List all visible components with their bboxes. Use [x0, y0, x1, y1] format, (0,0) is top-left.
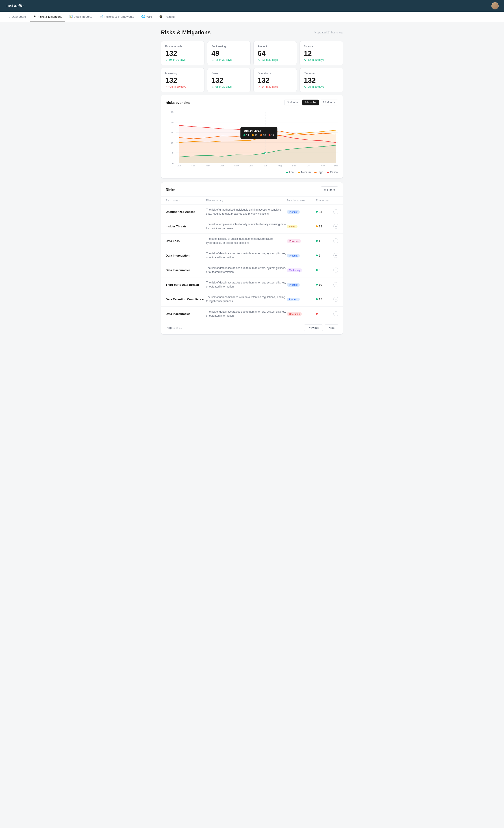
area-badge: Product: [287, 298, 300, 301]
risk-area-cell: Product: [287, 210, 316, 214]
table-row: Data Inaccuracies The risk of data inacc…: [161, 263, 343, 278]
legend-dot-medium: [298, 172, 300, 173]
avatar[interactable]: [492, 2, 499, 9]
score-dot: [316, 284, 318, 286]
wiki-icon: 🌐: [141, 15, 145, 18]
stat-label: Operations: [258, 72, 293, 75]
stat-card-marketing: Marketing 132 ↗ +15 in 30 days: [161, 68, 205, 92]
svg-text:5: 5: [172, 152, 174, 154]
risk-name: Data Interception: [166, 254, 206, 257]
header: trustkeith: [0, 0, 504, 12]
add-risk-button[interactable]: +: [333, 224, 338, 229]
add-risk-button[interactable]: +: [333, 238, 338, 243]
svg-text:25: 25: [171, 111, 173, 113]
audit-icon: 📊: [69, 15, 73, 18]
stat-label: Engineering: [211, 45, 246, 48]
time-btn-3months[interactable]: 3 Months: [284, 99, 301, 106]
trend-icon: ↘: [304, 85, 306, 88]
previous-button[interactable]: Previous: [304, 324, 323, 331]
add-risk-button[interactable]: +: [333, 267, 338, 273]
svg-text:Jan: Jan: [177, 164, 181, 167]
add-risk-button[interactable]: +: [333, 209, 338, 214]
risk-name: Unauthorized Access: [166, 210, 206, 213]
nav-item-dashboard[interactable]: ⌂ Dashboard: [5, 12, 29, 22]
svg-point-30: [264, 136, 266, 138]
stat-label: Finance: [304, 45, 339, 48]
time-btn-12months[interactable]: 12 Months: [320, 99, 338, 106]
add-risk-button[interactable]: +: [333, 297, 338, 302]
legend-label-medium: Medium: [301, 171, 311, 174]
stat-change: ↘ -23 in 30 days: [258, 58, 293, 61]
risk-name: Data Inaccuracies: [166, 268, 206, 272]
stat-value: 132: [211, 77, 246, 84]
add-risk-button[interactable]: +: [333, 311, 338, 316]
score-value: 25: [319, 210, 322, 213]
add-risk-button[interactable]: +: [333, 253, 338, 258]
risk-score-cell: 6 +: [316, 253, 338, 258]
risk-area-cell: Product: [287, 297, 316, 301]
legend-dot-high: [314, 172, 317, 173]
risk-area-cell: Product: [287, 254, 316, 257]
svg-point-29: [264, 152, 266, 154]
svg-text:Dec: Dec: [334, 164, 338, 167]
svg-text:Nov: Nov: [321, 164, 325, 167]
score-value: 15: [319, 298, 322, 301]
stat-value: 49: [211, 50, 246, 57]
risk-name: Data Retention Compliance: [166, 298, 206, 301]
next-button[interactable]: Next: [325, 324, 338, 331]
table-row: Unauthorized Access The risk of unauthor…: [161, 205, 343, 219]
risk-summary: The risk of data inaccuracies due to hum…: [206, 310, 287, 318]
logo-trust: trust: [5, 4, 13, 8]
stat-change: ↘ -95 in 30 days: [211, 85, 246, 88]
risk-area-cell: Product: [287, 283, 316, 287]
risk-score: 15: [316, 298, 322, 301]
legend-label-low: Low: [289, 171, 294, 174]
area-badge: Revenue: [287, 239, 301, 243]
chart-header: Risks over time 3 Months 6 Months 12 Mon…: [166, 99, 338, 106]
nav-item-policies[interactable]: 📄 Policies & Frameworks: [96, 12, 137, 22]
stat-change: ↗ -24 in 30 days: [258, 85, 293, 88]
legend-item-low: Low: [286, 171, 294, 174]
training-icon: 🎓: [159, 15, 163, 18]
trend-icon: ↘: [165, 58, 167, 61]
stat-change: ↗ +15 in 30 days: [165, 85, 200, 88]
add-risk-button[interactable]: +: [333, 282, 338, 287]
nav-item-audit[interactable]: 📊 Audit Reports: [66, 12, 95, 22]
svg-text:May: May: [235, 164, 239, 167]
updated-text: ↻ updated 24 hours ago: [313, 31, 343, 34]
th-functional-area: Functional area: [287, 199, 316, 202]
risk-score-cell: 15 +: [316, 297, 338, 302]
page-buttons: Previous Next: [304, 324, 338, 331]
table-row: Data Loss The potential loss of critical…: [161, 234, 343, 248]
legend-label-high: High: [318, 171, 323, 174]
svg-text:20: 20: [171, 121, 173, 124]
svg-text:Sep: Sep: [292, 164, 296, 167]
risk-area-cell: Sales: [287, 224, 316, 228]
risk-score-cell: 8 +: [316, 311, 338, 316]
logo: trustkeith: [5, 4, 24, 8]
nav-item-wiki[interactable]: 🌐 Wiki: [138, 12, 155, 22]
th-risk-name[interactable]: Risk name ↓: [166, 199, 206, 202]
score-dot: [316, 269, 318, 271]
nav-label-wiki: Wiki: [146, 15, 152, 18]
stat-label: Sales: [211, 72, 246, 75]
risk-score: 4: [316, 239, 321, 243]
risk-score: 12: [316, 225, 322, 228]
stat-card-sales: Sales 132 ↘ -95 in 30 days: [207, 68, 251, 92]
stat-value: 64: [258, 50, 293, 57]
filters-button[interactable]: ≡ Filters: [321, 187, 338, 193]
stats-grid-row1: Business wide 132 ↘ -95 in 30 days Engin…: [161, 41, 343, 65]
stat-card-operations: Operations 132 ↗ -24 in 30 days: [253, 68, 297, 92]
risk-score-cell: 25 +: [316, 209, 338, 214]
nav-item-training[interactable]: 🎓 Training: [156, 12, 177, 22]
stat-value: 132: [304, 77, 339, 84]
nav-item-risks[interactable]: ⚑ Risks & Mitigations: [30, 12, 65, 22]
time-btn-6months[interactable]: 6 Months: [302, 99, 319, 106]
risk-summary: The potential loss of critical data due …: [206, 237, 287, 245]
stat-label: Marketing: [165, 72, 200, 75]
stats-grid-row2: Marketing 132 ↗ +15 in 30 days Sales 132…: [161, 68, 343, 92]
svg-text:15: 15: [171, 131, 173, 134]
risk-name: Insider Threats: [166, 225, 206, 228]
stat-change: ↘ -95 in 30 days: [304, 85, 339, 88]
svg-text:Aug: Aug: [278, 164, 282, 167]
